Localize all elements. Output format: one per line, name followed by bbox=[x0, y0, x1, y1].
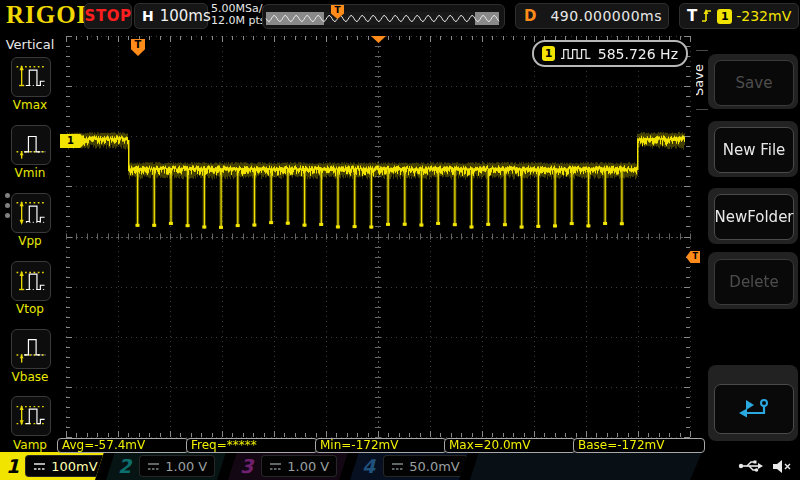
usb-icon bbox=[738, 459, 764, 473]
counter-channel-badge: 1 bbox=[542, 46, 555, 61]
new-file-button[interactable]: New File bbox=[714, 127, 794, 173]
measurement-freq: Freq=***** bbox=[186, 438, 318, 453]
status-icons bbox=[738, 454, 796, 478]
save-button[interactable]: Save bbox=[714, 60, 794, 106]
oscilloscope-screen: RIGOL STOP H 100ms 5.00MSa/s 12.0M pts T… bbox=[0, 0, 800, 480]
measurement-base: Base=-172mV bbox=[573, 438, 705, 453]
waveform-display bbox=[0, 0, 800, 480]
square-wave-icon bbox=[561, 48, 591, 60]
measurement-min: Min=-172mV bbox=[315, 438, 447, 453]
back-button[interactable] bbox=[714, 384, 794, 434]
return-arrow-icon bbox=[736, 397, 772, 421]
frequency-counter: 1 585.726 Hz bbox=[532, 40, 688, 67]
delete-button[interactable]: Delete bbox=[714, 259, 794, 305]
measurement-max: Max=20.0mV bbox=[444, 438, 576, 453]
speaker-muted-icon bbox=[772, 459, 792, 474]
measurement-avg: Avg=-57.4mV bbox=[57, 438, 189, 453]
new-folder-button[interactable]: NewFolder bbox=[714, 194, 794, 240]
counter-value: 585.726 Hz bbox=[598, 46, 678, 62]
